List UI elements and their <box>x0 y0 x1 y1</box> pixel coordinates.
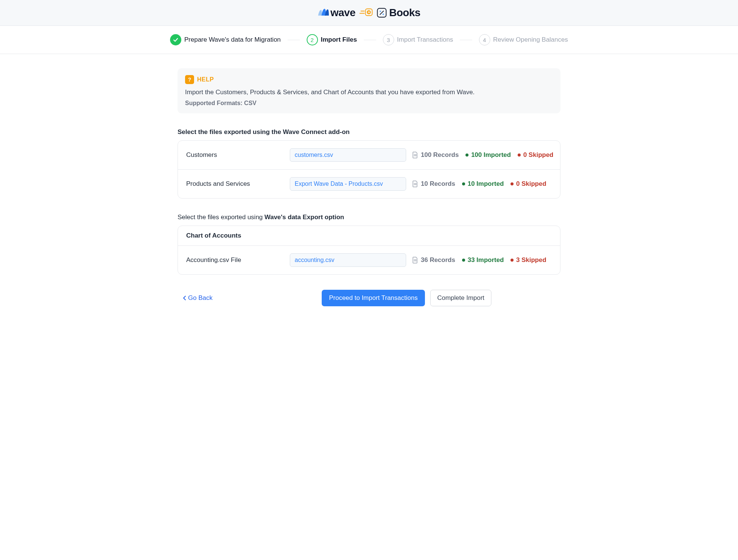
step-4-review-balances: 4 Review Opening Balances <box>479 34 568 45</box>
footer-actions: Go Back Proceed to Import Transactions C… <box>178 290 560 306</box>
books-logo: Books <box>377 7 420 19</box>
records-text: 10 Records <box>421 180 455 188</box>
dot-icon <box>511 182 514 185</box>
row-label: Accounting.csv File <box>186 256 284 264</box>
row-label: Products and Services <box>186 180 284 188</box>
skipped-stat: 3 Skipped <box>511 256 546 264</box>
step-number: 3 <box>383 34 394 45</box>
records-stat: 10 Records <box>412 180 455 188</box>
document-icon <box>412 181 418 187</box>
topbar: wave Books <box>0 0 738 26</box>
imported-text: 33 Imported <box>468 256 504 264</box>
step-3-import-transactions: 3 Import Transactions <box>383 34 453 45</box>
skipped-stat: 0 Skipped <box>511 180 546 188</box>
imported-text: 100 Imported <box>471 151 511 159</box>
check-circle-icon <box>170 34 181 45</box>
step-label: Prepare Wave's data for Migration <box>184 36 281 44</box>
svg-point-6 <box>383 14 384 15</box>
main-content: ? HELP Import the Customers, Products & … <box>174 54 564 321</box>
step-separator <box>364 40 376 40</box>
row-label: Customers <box>186 151 284 159</box>
steps-bar: Prepare Wave's data for Migration 2 Impo… <box>0 26 738 54</box>
help-box: ? HELP Import the Customers, Products & … <box>178 68 560 113</box>
skipped-text: 3 Skipped <box>516 256 546 264</box>
dot-icon <box>462 182 465 185</box>
wave-icon <box>318 8 329 18</box>
step-number: 2 <box>307 34 318 45</box>
step-separator <box>288 40 300 40</box>
step-1-prepare: Prepare Wave's data for Migration <box>170 34 281 45</box>
skipped-stat: 0 Skipped <box>518 151 553 159</box>
file-row-products: Products and Services Export Wave Data -… <box>178 169 560 198</box>
books-text: Books <box>389 7 420 19</box>
step-separator <box>460 40 472 40</box>
help-text: Import the Customers, Products & Service… <box>185 89 553 96</box>
document-icon <box>412 257 418 263</box>
migrate-arrow-icon <box>359 8 373 18</box>
go-back-text: Go Back <box>188 294 212 302</box>
books-icon <box>377 8 387 18</box>
records-stat: 36 Records <box>412 256 455 264</box>
help-icon: ? <box>185 75 194 84</box>
imported-text: 10 Imported <box>468 180 504 188</box>
help-title: HELP <box>197 76 214 83</box>
dot-icon <box>465 154 468 157</box>
skipped-text: 0 Skipped <box>516 180 546 188</box>
records-stat: 100 Records <box>412 151 459 159</box>
section-2-title: Select the files exported using Wave's d… <box>178 214 560 221</box>
file-row-customers: Customers customers.csv 100 Records 100 … <box>178 141 560 169</box>
stats: 10 Records 10 Imported 0 Skipped <box>412 180 552 188</box>
panel-2-header: Chart of Accounts <box>178 226 560 246</box>
records-text: 36 Records <box>421 256 455 264</box>
document-icon <box>412 152 418 158</box>
section-2-bold: Wave's data Export option <box>265 214 344 221</box>
file-picker-products[interactable]: Export Wave Data - Products.csv <box>290 177 406 191</box>
step-label: Review Opening Balances <box>493 36 568 44</box>
chevron-left-icon <box>183 295 187 301</box>
imported-stat: 100 Imported <box>465 151 511 159</box>
section-2-prefix: Select the files exported using <box>178 214 265 221</box>
stats: 36 Records 33 Imported 3 Skipped <box>412 256 552 264</box>
svg-point-5 <box>380 11 381 12</box>
imported-stat: 10 Imported <box>462 180 504 188</box>
file-row-accounting: Accounting.csv File accounting.csv 36 Re… <box>178 246 560 274</box>
step-2-import-files: 2 Import Files <box>307 34 357 45</box>
wave-logo: wave <box>318 7 355 19</box>
skipped-text: 0 Skipped <box>523 151 553 159</box>
files-panel-2: Chart of Accounts Accounting.csv File ac… <box>178 226 560 275</box>
records-text: 100 Records <box>421 151 459 159</box>
wave-text: wave <box>330 7 355 19</box>
brand-block: wave Books <box>318 7 420 19</box>
step-label: Import Files <box>321 36 357 44</box>
files-panel-1: Customers customers.csv 100 Records 100 … <box>178 140 560 199</box>
section-1-title: Select the files exported using the Wave… <box>178 128 560 136</box>
step-label: Import Transactions <box>397 36 453 44</box>
help-supported-formats: Supported Formats: CSV <box>185 100 553 107</box>
step-number: 4 <box>479 34 490 45</box>
file-picker-customers[interactable]: customers.csv <box>290 148 406 162</box>
dot-icon <box>511 259 514 262</box>
complete-import-button[interactable]: Complete Import <box>430 290 492 306</box>
stats: 100 Records 100 Imported 0 Skipped <box>412 151 553 159</box>
dot-icon <box>462 259 465 262</box>
go-back-link[interactable]: Go Back <box>183 294 212 302</box>
file-picker-accounting[interactable]: accounting.csv <box>290 253 406 267</box>
imported-stat: 33 Imported <box>462 256 504 264</box>
proceed-button[interactable]: Proceed to Import Transactions <box>322 290 425 306</box>
dot-icon <box>518 154 521 157</box>
